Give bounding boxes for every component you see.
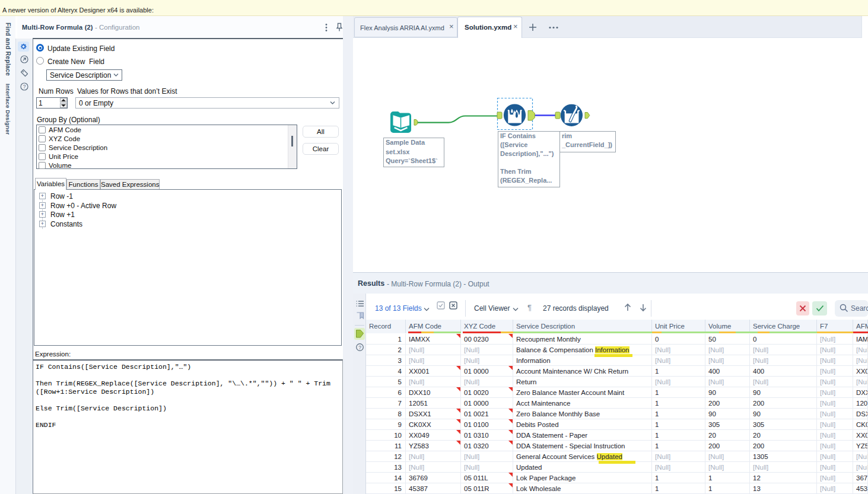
svg-text:?: ? [358, 345, 361, 350]
svg-text:?: ? [23, 84, 26, 90]
